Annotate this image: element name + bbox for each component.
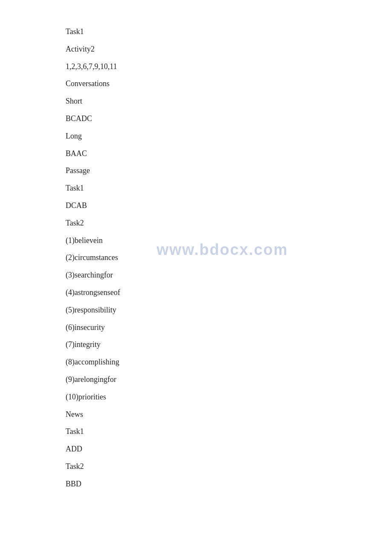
content-line-13: (1)believein (66, 234, 392, 247)
main-content: www.bdocx.com Task1Activity21,2,3,6,7,9,… (0, 0, 392, 521)
content-line-4: Conversations (66, 78, 392, 90)
content-line-27: BBD (66, 478, 392, 490)
content-line-21: (9)arelongingfor (66, 373, 392, 386)
content-line-22: (10)priorities (66, 391, 392, 403)
content-line-15: (3)searchingfor (66, 269, 392, 281)
content-line-17: (5)responsibility (66, 304, 392, 316)
content-line-6: BCADC (66, 113, 392, 125)
content-line-8: BAAC (66, 147, 392, 160)
content-line-9: Passage (66, 165, 392, 177)
content-line-20: (8)accomplishing (66, 356, 392, 368)
content-line-1: Task1 (66, 26, 392, 38)
content-line-26: Task2 (66, 460, 392, 473)
content-line-16: (4)astrongsenseof (66, 286, 392, 299)
content-line-2: Activity2 (66, 43, 392, 55)
content-line-11: DCAB (66, 199, 392, 212)
content-line-12: Task2 (66, 217, 392, 229)
content-line-18: (6)insecurity (66, 321, 392, 334)
content-line-3: 1,2,3,6,7,9,10,11 (66, 61, 392, 73)
content-line-14: (2)circumstances (66, 251, 392, 264)
content-line-10: Task1 (66, 182, 392, 194)
content-line-23: News (66, 408, 392, 421)
content-line-19: (7)integrity (66, 338, 392, 351)
content-line-24: Task1 (66, 425, 392, 438)
content-line-25: ADD (66, 443, 392, 455)
content-line-5: Short (66, 95, 392, 107)
content-line-7: Long (66, 130, 392, 142)
